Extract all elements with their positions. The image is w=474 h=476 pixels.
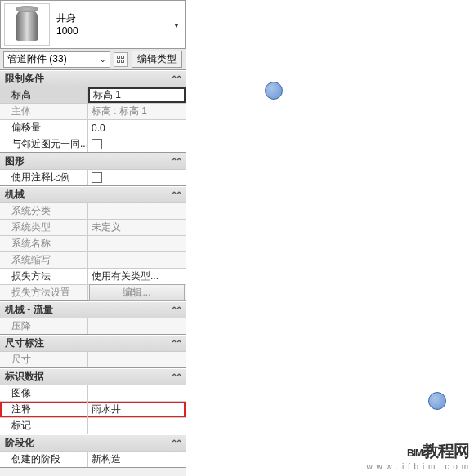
comment-label: 注释 <box>0 402 88 417</box>
loss-method-label: 损失方法 <box>0 269 88 284</box>
loss-settings-label: 损失方法设置 <box>0 285 88 300</box>
sys-class-value <box>88 203 186 219</box>
section-graphics[interactable]: 图形⌃⌃ <box>0 153 186 169</box>
offset-label: 偏移量 <box>0 120 88 136</box>
element-circle[interactable] <box>265 82 283 100</box>
collapse-icon: ⌃⌃ <box>171 157 181 166</box>
comment-row: 注释雨水井 <box>0 401 186 417</box>
level-label: 标高 <box>0 87 88 103</box>
mark-label: 标记 <box>0 418 88 434</box>
category-selector[interactable]: 管道附件 (33) ⌄ <box>3 51 110 68</box>
type-thumbnail <box>4 3 50 46</box>
section-mech-flow[interactable]: 机械 - 流量⌃⌃ <box>0 301 186 318</box>
chevron-down-icon: ⌄ <box>100 56 106 64</box>
collapse-icon: ⌃⌃ <box>171 74 181 83</box>
section-mechanical[interactable]: 机械⌃⌃ <box>0 186 186 202</box>
category-label: 管道附件 (33) <box>7 52 67 66</box>
collapse-icon: ⌃⌃ <box>171 190 181 199</box>
loss-settings-button[interactable]: 编辑... <box>89 284 185 301</box>
host-value: 标高 : 标高 1 <box>88 104 186 119</box>
anno-scale-checkbox[interactable] <box>88 170 186 185</box>
level-value[interactable]: 标高 1 <box>88 87 186 103</box>
mark-value[interactable] <box>88 418 186 434</box>
section-phasing[interactable]: 阶段化⌃⌃ <box>0 434 186 451</box>
section-identity[interactable]: 标识数据⌃⌃ <box>0 368 186 385</box>
element-circle[interactable] <box>428 392 446 410</box>
edit-type-button[interactable]: 编辑类型 <box>132 51 182 68</box>
anno-scale-label: 使用注释比例 <box>0 170 88 185</box>
collapse-icon: ⌃⌃ <box>171 339 181 348</box>
loss-method-value[interactable]: 使用有关类型... <box>88 269 186 284</box>
move-with-checkbox[interactable] <box>88 136 186 152</box>
type-size: 1000 <box>56 24 78 38</box>
pressure-drop-label: 压降 <box>0 318 88 334</box>
section-dimensions[interactable]: 尺寸标注⌃⌃ <box>0 335 186 351</box>
phase-created-value[interactable]: 新构造 <box>88 452 186 467</box>
sys-abbrev-label: 系统缩写 <box>0 252 88 268</box>
collapse-icon: ⌃⌃ <box>171 305 181 314</box>
offset-value[interactable]: 0.0 <box>88 120 186 136</box>
sys-name-label: 系统名称 <box>0 236 88 251</box>
host-label: 主体 <box>0 104 88 119</box>
move-with-label: 与邻近图元一同... <box>0 136 88 152</box>
family-name: 井身 <box>56 11 78 24</box>
drawing-canvas[interactable]: BIM教程网 w w w . i f b i m . c o m <box>186 0 474 476</box>
watermark-logo: BIM教程网 w w w . i f b i m . c o m <box>366 438 469 471</box>
sys-abbrev-value <box>88 252 186 268</box>
section-constraints[interactable]: 限制条件 ⌃⌃ <box>0 70 186 87</box>
sys-type-label: 系统类型 <box>0 220 88 235</box>
image-label: 图像 <box>0 385 88 401</box>
filter-button[interactable] <box>114 52 128 67</box>
sys-class-label: 系统分类 <box>0 203 88 219</box>
collapse-icon: ⌃⌃ <box>171 372 181 381</box>
phase-created-label: 创建的阶段 <box>0 452 88 467</box>
collapse-icon: ⌃⌃ <box>171 438 181 447</box>
dropdown-icon: ▼ <box>173 22 180 29</box>
size-value <box>88 352 186 367</box>
comment-value[interactable]: 雨水井 <box>88 402 186 417</box>
image-value[interactable] <box>88 385 186 401</box>
sys-name-value <box>88 236 186 251</box>
pressure-drop-value <box>88 318 186 334</box>
type-selector[interactable]: 井身 1000 ▼ <box>0 0 186 49</box>
size-label: 尺寸 <box>0 352 88 367</box>
toolbar: 管道附件 (33) ⌄ 编辑类型 <box>0 49 186 70</box>
properties-panel: 井身 1000 ▼ 管道附件 (33) ⌄ 编辑类型 限制条件 ⌃⌃ 标高标高 … <box>0 0 186 476</box>
sys-type-value: 未定义 <box>88 220 186 235</box>
